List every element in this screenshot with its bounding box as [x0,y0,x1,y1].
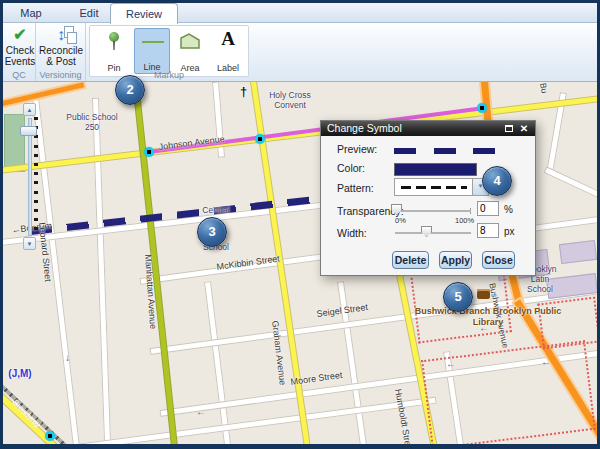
color-picker-swatch[interactable] [394,163,477,176]
oneway-arrow-icon: ↓ [65,352,70,363]
vertex-handle[interactable] [255,134,265,144]
pattern-label: Pattern: [337,182,374,194]
street-label-humboldt: Humboldt Street [393,388,414,444]
building-3 [559,240,597,264]
group-label-markup: Markup [89,70,249,80]
road-flushing [3,82,84,107]
line-tool-button[interactable]: Line [134,28,170,74]
group-label-versioning: Versioning [36,70,85,80]
street-leonard [32,97,80,444]
width-slider-track[interactable] [395,232,471,234]
street-unnamed-3 [204,281,232,444]
pattern-dropdown[interactable]: ▼ [394,178,489,196]
oneway-arrow-icon: ← [196,406,206,417]
poi-central-1: Central [193,205,239,215]
tab-edit[interactable]: Edit [69,3,109,23]
ribbon-group-qc: ✔ Check Events QC [3,23,36,81]
ribbon-group-markup: Pin Line Area A Label Markup [86,23,256,81]
close-button[interactable]: Close [482,251,515,269]
transparency-input[interactable] [477,201,499,216]
width-input[interactable] [477,223,499,238]
callout-badge-3: 3 [197,217,227,247]
street-unnamed-1 [92,98,111,444]
oneway-arrow-icon: ← [446,358,456,369]
park-area [4,114,25,172]
area-icon [179,32,201,50]
check-events-label: Check Events [5,45,36,67]
poi-library: Bushwick Branch Brooklyn Public Library [408,306,568,328]
tab-review[interactable]: Review [110,3,178,24]
callout-badge-5: 5 [443,282,473,312]
width-slider-thumb[interactable] [421,226,432,237]
line-icon [142,41,164,43]
preview-swatch [473,148,495,154]
width-unit: px [504,226,515,237]
vertex-handle[interactable] [144,147,154,157]
transparency-max: 100% [455,216,474,225]
poi-subway-jm: (J,M) [3,368,38,380]
transparency-slider-track[interactable] [395,210,471,212]
ribbon-group-versioning: ↕ Reconcile & Post Versioning [36,23,86,81]
pin-tool-button[interactable]: Pin [96,28,132,74]
tab-map[interactable]: Map [11,3,51,23]
check-events-button[interactable]: ✔ Check Events [4,25,36,67]
preview-label: Preview: [337,143,377,155]
zoom-out-button[interactable]: ▼ [23,237,36,250]
reconcile-post-label: Reconcile & Post [39,45,83,67]
vertex-handle[interactable] [45,431,55,441]
dialog-title-bar[interactable]: Change Symbol ✕ [321,121,535,136]
road-manhattan-avenue [133,82,178,444]
cross-icon: † [240,84,247,100]
color-label: Color: [337,162,365,174]
area-tool-button[interactable]: Area [172,28,208,74]
reconcile-post-button[interactable]: ↕ Reconcile & Post [38,25,84,67]
ribbon-tab-bar: Map Edit Review [3,3,597,23]
change-symbol-dialog: Change Symbol ✕ Preview: Color: Pattern:… [320,120,536,276]
preview-swatch [434,148,456,154]
close-icon[interactable]: ✕ [518,123,530,134]
reconcile-icon: ↕ [38,25,84,45]
transparency-unit: % [504,204,513,215]
poi-public-school: Public School 250 [66,112,118,132]
dialog-title: Change Symbol [327,122,402,134]
label-icon: A [221,28,235,49]
width-label: Width: [337,227,367,239]
callout-badge-4: 4 [482,166,512,196]
street-label-bu-partial: Bu [538,82,550,94]
preview-swatch [394,148,416,154]
ribbon: ✔ Check Events QC ↕ Reconcile & Post Ver… [3,23,597,82]
check-icon: ✔ [4,25,36,45]
library-book-icon [477,289,490,299]
group-label-qc: QC [3,70,35,80]
oneway-arrow-icon: ← [541,356,551,367]
vertex-handle[interactable] [477,103,487,113]
restore-icon[interactable] [503,123,515,134]
delete-button[interactable]: Delete [392,251,429,269]
street-unnamed-8 [544,166,597,200]
callout-badge-2: 2 [115,75,145,105]
poi-holy-cross: Holy Cross Convent [259,90,321,110]
app-window: Map Edit Review ✔ Check Events QC ↕ Reco… [0,0,600,449]
label-tool-button[interactable]: A Label [210,28,246,74]
zoom-slider-thumb[interactable] [20,126,37,136]
apply-button[interactable]: Apply [439,251,472,269]
transparency-min: 0% [395,216,406,225]
pattern-dashed-swatch [401,186,467,189]
zoom-in-button[interactable]: ▲ [23,103,36,116]
page-icon [67,32,77,44]
